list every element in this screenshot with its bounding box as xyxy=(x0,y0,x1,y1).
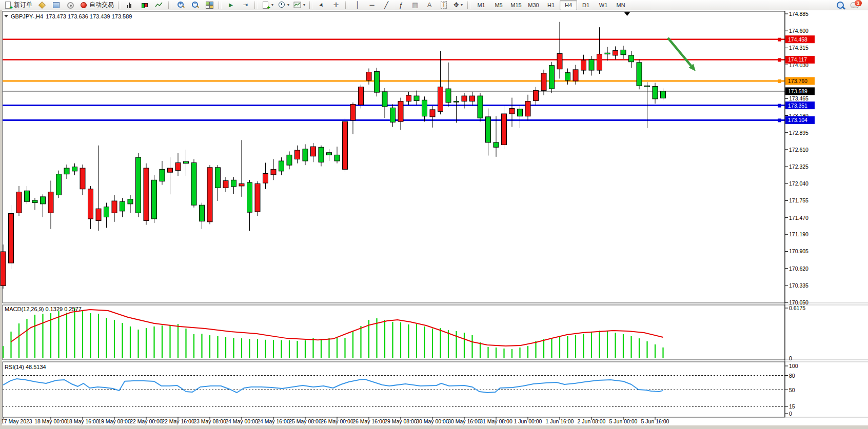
window-left-edge xyxy=(0,10,2,429)
chart-canvas[interactable]: 174.885174.600174.315174.030173.465173.1… xyxy=(0,0,868,429)
text-label-button[interactable]: T xyxy=(437,0,451,10)
candle-body xyxy=(343,121,348,169)
timeframe-m1-button[interactable]: M1 xyxy=(472,0,490,10)
price-tick-label: 172.040 xyxy=(789,180,808,187)
toolbar-separator xyxy=(345,2,348,9)
signals-button[interactable] xyxy=(63,0,77,10)
price-tick-label: 173.465 xyxy=(789,95,808,101)
chart-shift-button[interactable]: ⇥ xyxy=(238,0,252,10)
indicators-button[interactable]: +▾ xyxy=(260,0,275,10)
candle-body xyxy=(390,108,396,122)
rsi-axis-label: 80 xyxy=(789,373,795,379)
candle-body xyxy=(478,96,483,118)
price-tick-label: 174.885 xyxy=(789,11,808,17)
candle-body xyxy=(597,54,602,70)
arrows-icon: ✥ xyxy=(453,2,459,8)
candle-body xyxy=(334,155,340,161)
candle-body xyxy=(422,100,427,116)
candle-body xyxy=(637,63,642,86)
mt4-terminal-window: { "toolbar": { "new_order_label": "新订单",… xyxy=(0,0,868,429)
macd-label: MACD(12,26,9) 0.1329 0.2577 xyxy=(5,306,82,312)
auto-trading-button[interactable]: 自动交易 xyxy=(77,0,116,10)
candle-body xyxy=(279,161,284,171)
tile-windows-button[interactable] xyxy=(202,0,216,10)
templates-button[interactable]: ▾ xyxy=(291,0,307,10)
time-label: 30 May 00:00 xyxy=(416,418,449,424)
candle-body xyxy=(327,153,332,155)
chart-wizard-button[interactable] xyxy=(34,0,49,10)
dropdown-caret-icon: ▾ xyxy=(271,3,273,7)
candle-body xyxy=(621,50,626,54)
time-label: 18 May 16:00 xyxy=(66,418,99,424)
crosshair-button[interactable]: ✛ xyxy=(329,0,343,10)
timeframe-h1-button[interactable]: H1 xyxy=(542,0,560,10)
chat-bubble-icon: 1 xyxy=(851,2,859,8)
zoom-out-icon: − xyxy=(191,1,199,9)
vertical-line-button[interactable]: │ xyxy=(350,0,365,10)
periods-button[interactable]: ▾ xyxy=(275,0,291,10)
timeframe-w1-button[interactable]: W1 xyxy=(595,0,612,10)
main-pane xyxy=(3,11,785,303)
auto-scroll-button[interactable]: ▶ xyxy=(224,0,238,10)
timeframe-m15-button[interactable]: M15 xyxy=(507,0,525,10)
line-chart-icon xyxy=(155,1,163,9)
dropdown-caret-icon: ▾ xyxy=(461,3,463,7)
candle-body xyxy=(541,73,546,91)
time-label: 18 May 00:00 xyxy=(34,418,67,424)
candle-body xyxy=(88,189,93,219)
time-label: 25 May 08:00 xyxy=(289,418,322,424)
candle-body xyxy=(382,92,387,107)
candle-body xyxy=(303,149,308,161)
text-button[interactable]: A xyxy=(422,0,437,10)
bar-chart-button[interactable] xyxy=(123,0,137,10)
level-handle xyxy=(778,58,781,62)
dropdown-caret-icon: ▾ xyxy=(303,3,305,7)
symbol-expander-icon[interactable] xyxy=(4,15,8,19)
grid-f-button[interactable]: ▦ xyxy=(408,0,422,10)
candle-body xyxy=(454,101,459,103)
candle-body xyxy=(470,96,475,101)
profiles-button[interactable] xyxy=(49,0,63,10)
candle-body xyxy=(32,200,37,203)
candle-body xyxy=(502,114,507,145)
line-chart-button[interactable] xyxy=(152,0,166,10)
zoom-out-button[interactable]: − xyxy=(188,0,202,10)
candle-body xyxy=(534,91,539,101)
timeframe-h4-button[interactable]: H4 xyxy=(560,0,577,10)
candle-body xyxy=(96,209,101,220)
timeframe-m30-button[interactable]: M30 xyxy=(525,0,542,10)
candle-body xyxy=(48,192,53,213)
candle-body xyxy=(565,73,570,80)
trendline-button[interactable]: ╱ xyxy=(379,0,393,10)
timeframe-d1-button[interactable]: D1 xyxy=(577,0,595,10)
arrows-button[interactable]: ✥▾ xyxy=(451,0,465,10)
candle-body xyxy=(581,60,586,70)
candlestick-chart-button[interactable] xyxy=(137,0,152,10)
candle-body xyxy=(104,207,109,217)
candle-body xyxy=(446,89,451,103)
notifications-button[interactable]: 1 xyxy=(847,0,862,10)
cursor-button[interactable]: ➤ xyxy=(314,0,329,10)
candle-body xyxy=(359,87,364,105)
timeframe-m5-button[interactable]: M5 xyxy=(490,0,507,10)
zoom-in-button[interactable]: + xyxy=(173,0,188,10)
candle-body xyxy=(589,59,594,70)
candle-body xyxy=(200,205,205,221)
price-tick-label: 172.610 xyxy=(789,147,808,153)
price-tick-label: 171.190 xyxy=(789,231,808,237)
auto-trading-icon xyxy=(80,1,88,9)
fibonacci-button[interactable]: ƒ xyxy=(393,0,408,10)
search-button[interactable] xyxy=(833,0,847,10)
candle-body xyxy=(438,87,443,112)
candle-body xyxy=(144,168,149,220)
auto-trading-label: 自动交易 xyxy=(89,1,114,9)
candle-body xyxy=(414,96,419,100)
toolbar-separator xyxy=(118,2,121,9)
timeframe-mn-button[interactable]: MN xyxy=(612,0,629,10)
new-order-button[interactable]: + 新订单 xyxy=(2,0,34,10)
candle-body xyxy=(184,161,189,163)
candle-body xyxy=(653,86,658,98)
horizontal-line-button[interactable]: ─ xyxy=(365,0,379,10)
text-icon: A xyxy=(427,2,432,8)
candle-body xyxy=(263,173,268,183)
